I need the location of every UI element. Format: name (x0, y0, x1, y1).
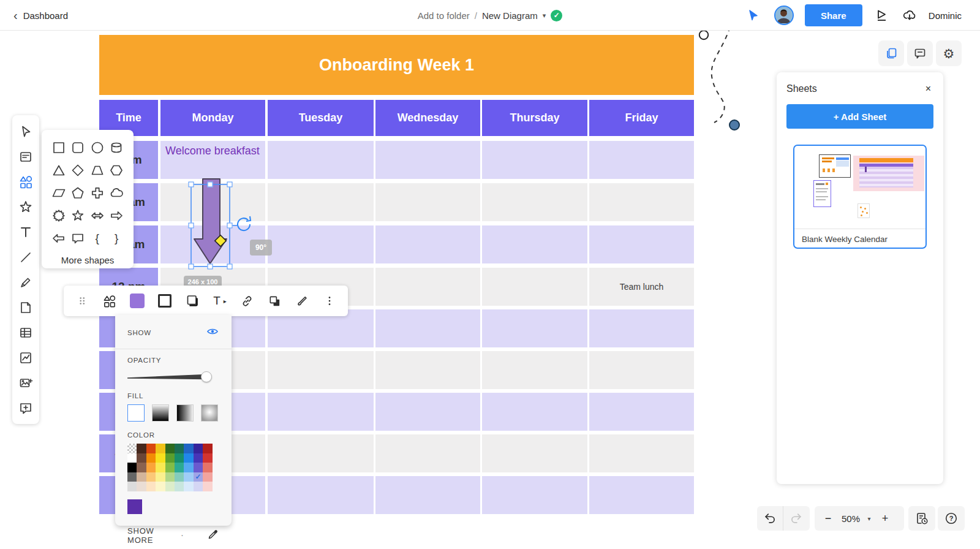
palette-color[interactable] (156, 482, 165, 491)
calendar-cell[interactable] (375, 351, 480, 389)
drag-handle-button[interactable] (69, 286, 96, 316)
add-sheet-button[interactable]: + Add Sheet (786, 104, 933, 129)
calendar-event[interactable]: Welcome breakfast (160, 141, 265, 162)
shape-brace-open[interactable]: { (88, 229, 107, 248)
selected-color-swatch[interactable] (127, 499, 142, 514)
palette-color[interactable]: ✓ (194, 472, 203, 482)
palette-color[interactable] (194, 453, 203, 463)
calendar-cell[interactable] (589, 309, 694, 347)
more-menu-icon[interactable] (316, 286, 343, 316)
calendar-cell[interactable] (268, 393, 374, 431)
help-button[interactable]: ? (938, 506, 965, 531)
fill-color-button[interactable] (123, 286, 151, 316)
more-shapes-link[interactable]: More shapes (49, 255, 126, 265)
calendar-cell[interactable] (482, 141, 587, 179)
shape-circle[interactable] (88, 138, 107, 157)
redo-button[interactable] (783, 506, 809, 531)
notes-tool-icon[interactable] (12, 144, 39, 169)
calendar-cell[interactable] (589, 183, 694, 221)
shape-cross[interactable] (88, 184, 107, 202)
selection-handle[interactable] (189, 223, 194, 229)
calendar-cell[interactable] (589, 225, 694, 263)
palette-color[interactable] (146, 472, 156, 482)
palette-color[interactable] (156, 472, 165, 482)
brush-button[interactable] (288, 286, 316, 316)
palette-color[interactable] (175, 482, 184, 491)
palette-color[interactable] (194, 444, 203, 453)
palette-color[interactable] (127, 453, 137, 463)
palette-color[interactable] (137, 444, 146, 453)
freehand-dashed-line[interactable] (686, 25, 753, 135)
document-title[interactable]: New Diagram (482, 10, 538, 21)
shape-picker-button[interactable] (96, 286, 123, 316)
filled-dot-shape[interactable] (728, 118, 741, 132)
selection-handle[interactable] (227, 223, 233, 229)
palette-color[interactable] (165, 472, 175, 482)
collaborator-cursor-icon[interactable] (745, 6, 763, 25)
calendar-cell[interactable] (375, 183, 480, 221)
calendar-cell[interactable] (268, 351, 374, 389)
palette-color[interactable] (184, 463, 193, 472)
calendar-cell[interactable] (589, 351, 694, 389)
shape-cloud[interactable] (107, 184, 127, 202)
calendar-cell[interactable] (482, 393, 587, 431)
fill-style-solid[interactable] (127, 404, 145, 422)
day-header-wednesday[interactable]: Wednesday (375, 100, 480, 136)
sticky-note-tool-icon[interactable] (12, 295, 39, 320)
palette-color[interactable] (146, 463, 156, 472)
settings-button[interactable]: ⚙ (936, 40, 962, 66)
shape-trapezoid[interactable] (88, 161, 107, 180)
palette-color[interactable] (137, 453, 146, 463)
selection-handle[interactable] (208, 182, 213, 187)
selection-handle[interactable] (189, 264, 194, 270)
calendar-cell[interactable] (268, 476, 374, 514)
shape-speech-bubble[interactable] (69, 229, 88, 248)
select-tool-icon[interactable] (12, 119, 39, 144)
calendar-cell[interactable] (268, 183, 374, 221)
shape-hexagon[interactable] (107, 161, 127, 180)
calendar-cell[interactable] (268, 434, 374, 472)
close-icon[interactable]: × (923, 82, 933, 96)
visibility-eye-icon[interactable] (206, 325, 219, 341)
calendar-cell[interactable] (589, 434, 694, 472)
palette-color[interactable] (137, 463, 146, 472)
table-tool-icon[interactable] (12, 320, 39, 345)
calendar-cell[interactable] (589, 476, 694, 514)
text-tool-icon[interactable] (12, 219, 39, 244)
calendar-cell[interactable] (375, 141, 480, 179)
favorites-tool-icon[interactable] (12, 194, 39, 219)
calendar-cell[interactable] (482, 183, 587, 221)
palette-color[interactable] (184, 444, 193, 453)
shape-triangle[interactable] (49, 161, 69, 180)
shape-left-arrow[interactable] (49, 229, 69, 248)
title-dropdown-icon[interactable]: ▾ (543, 12, 546, 20)
shape-parallelogram[interactable] (49, 184, 69, 202)
shape-seal[interactable] (49, 206, 69, 225)
shapes-tool-icon[interactable] (12, 169, 39, 194)
palette-color[interactable] (165, 444, 175, 453)
palette-color[interactable] (146, 482, 156, 491)
palette-color[interactable] (184, 472, 193, 482)
day-header-thursday[interactable]: Thursday (482, 100, 587, 136)
pen-tool-icon[interactable] (12, 270, 39, 295)
comments-button[interactable] (907, 40, 933, 66)
palette-color[interactable] (175, 444, 184, 453)
day-header-friday[interactable]: Friday (589, 100, 694, 136)
palette-color[interactable] (203, 453, 212, 463)
palette-color[interactable] (137, 472, 146, 482)
calendar-cell[interactable] (482, 476, 587, 514)
shape-cylinder[interactable] (107, 138, 127, 157)
calendar-cell[interactable] (268, 225, 374, 263)
calendar-cell[interactable] (375, 434, 480, 472)
palette-color[interactable] (165, 463, 175, 472)
day-header-monday[interactable]: Monday (160, 100, 265, 136)
shape-rounded-square[interactable] (69, 138, 88, 157)
calendar-event[interactable]: Team lunch (589, 268, 694, 306)
shape-brace-close[interactable]: } (107, 229, 127, 248)
sheet-thumbnail-card[interactable]: Blank Weekly Calendar (793, 145, 927, 249)
day-header-tuesday[interactable]: Tuesday (268, 100, 374, 136)
palette-color[interactable] (175, 453, 184, 463)
palette-color[interactable] (146, 453, 156, 463)
palette-color[interactable] (156, 463, 165, 472)
calendar-cell[interactable] (375, 268, 480, 306)
